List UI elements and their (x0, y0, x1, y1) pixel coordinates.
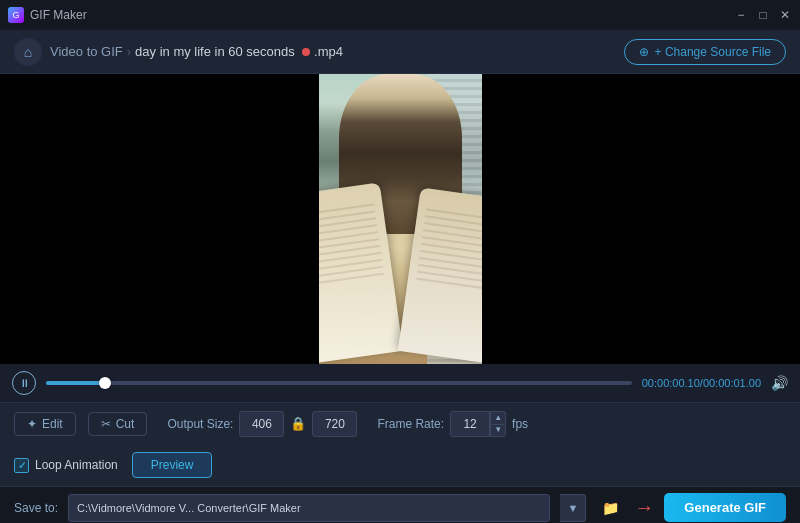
cut-label: Cut (116, 417, 135, 431)
edit-icon: ✦ (27, 417, 37, 431)
pause-icon: ⏸ (19, 377, 30, 389)
book-lines-right (415, 208, 482, 295)
loop-animation-checkbox[interactable]: ✓ (14, 458, 29, 473)
breadcrumb-filename: day in my life in 60 seconds .mp4 (135, 44, 343, 59)
window-controls: − □ ✕ (734, 8, 792, 22)
generate-gif-button[interactable]: Generate GIF (664, 493, 786, 522)
breadcrumb: Video to GIF › day in my life in 60 seco… (50, 44, 343, 59)
preview-button[interactable]: Preview (132, 452, 213, 478)
loop-animation-checkbox-wrap: ✓ Loop Animation (14, 458, 118, 473)
fps-input[interactable] (450, 411, 490, 437)
close-button[interactable]: ✕ (778, 8, 792, 22)
folder-icon: 📁 (602, 500, 619, 516)
checkbox-check-icon: ✓ (18, 460, 26, 471)
change-source-button[interactable]: ⊕ + Change Source File (624, 39, 786, 65)
save-bar: Save to: C:\Vidmore\Vidmore V... Convert… (0, 486, 800, 523)
seek-thumb (99, 377, 111, 389)
time-display: 00:00:00.10/00:00:01.00 (642, 377, 761, 389)
loop-bar: ✓ Loop Animation Preview (0, 444, 800, 486)
height-input[interactable] (312, 411, 357, 437)
edit-label: Edit (42, 417, 63, 431)
arrow-indicator: → (634, 496, 654, 519)
loop-animation-label: Loop Animation (35, 458, 118, 472)
edit-button[interactable]: ✦ Edit (14, 412, 76, 436)
home-icon: ⌂ (24, 44, 32, 60)
output-size-group: Output Size: 🔒 (167, 411, 357, 437)
controls-bar: ✦ Edit ✂ Cut Output Size: 🔒 Frame Rate: … (0, 402, 800, 444)
volume-icon[interactable]: 🔊 (771, 375, 788, 391)
open-folder-button[interactable]: 📁 (596, 494, 624, 522)
app-title: GIF Maker (30, 8, 87, 22)
playback-bar: ⏸ 00:00:00.10/00:00:01.00 🔊 (0, 364, 800, 402)
fps-decrement-button[interactable]: ▼ (490, 424, 506, 437)
nav-bar: ⌂ Video to GIF › day in my life in 60 se… (0, 30, 800, 74)
fps-spinners: ▲ ▼ (490, 411, 506, 437)
home-button[interactable]: ⌂ (14, 38, 42, 66)
dropdown-arrow-icon: ▼ (567, 502, 578, 514)
save-path-text: C:\Vidmore\Vidmore V... Converter\GIF Ma… (77, 502, 301, 514)
title-bar: G GIF Maker − □ ✕ (0, 0, 800, 30)
fps-input-wrapper: ▲ ▼ (450, 411, 506, 437)
app-icon: G (8, 7, 24, 23)
breadcrumb-parent: Video to GIF (50, 44, 123, 59)
change-source-icon: ⊕ (639, 45, 649, 59)
fps-unit-label: fps (512, 417, 528, 431)
frame-rate-label: Frame Rate: (377, 417, 444, 431)
frame-rate-group: Frame Rate: ▲ ▼ fps (377, 411, 528, 437)
title-bar-left: G GIF Maker (8, 7, 87, 23)
video-preview (319, 74, 482, 364)
recording-dot (302, 48, 310, 56)
width-input[interactable] (239, 411, 284, 437)
path-dropdown-button[interactable]: ▼ (560, 494, 586, 522)
seek-bar[interactable] (46, 381, 632, 385)
fps-increment-button[interactable]: ▲ (490, 411, 506, 424)
book-lines-left (319, 203, 385, 290)
cut-icon: ✂ (101, 417, 111, 431)
video-content (319, 74, 482, 364)
lock-icon[interactable]: 🔒 (290, 416, 306, 431)
change-source-label: + Change Source File (655, 45, 771, 59)
cut-button[interactable]: ✂ Cut (88, 412, 148, 436)
nav-left: ⌂ Video to GIF › day in my life in 60 se… (14, 38, 343, 66)
maximize-button[interactable]: □ (756, 8, 770, 22)
breadcrumb-separator: › (127, 44, 131, 59)
seek-bar-fill (46, 381, 105, 385)
save-to-label: Save to: (14, 501, 58, 515)
pause-button[interactable]: ⏸ (12, 371, 36, 395)
output-size-label: Output Size: (167, 417, 233, 431)
save-path-display: C:\Vidmore\Vidmore V... Converter\GIF Ma… (68, 494, 550, 522)
video-preview-area (0, 74, 800, 364)
minimize-button[interactable]: − (734, 8, 748, 22)
